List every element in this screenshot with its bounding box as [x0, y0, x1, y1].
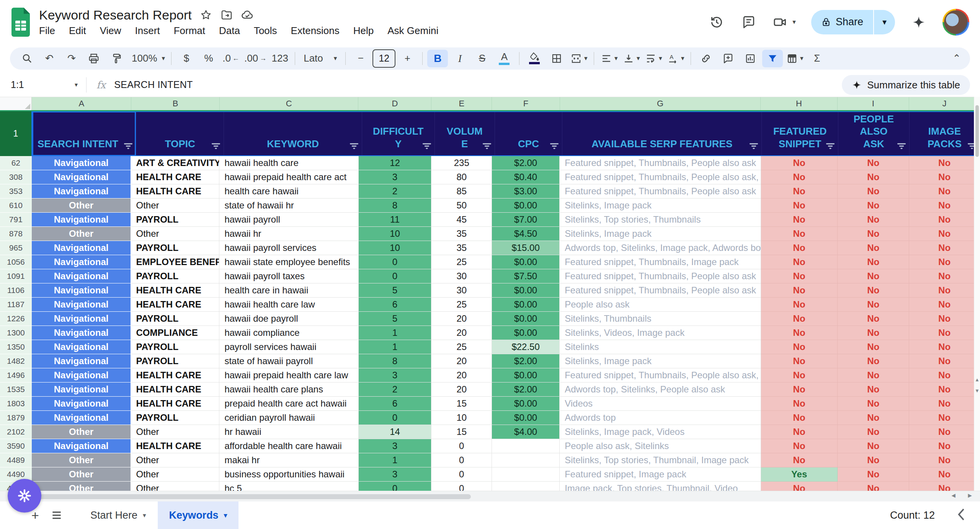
cell-difficulty[interactable]: 0 — [359, 411, 432, 425]
insert-chart-button[interactable] — [740, 50, 761, 67]
cell-keyword[interactable]: hawaii payroll — [219, 213, 358, 227]
row-header[interactable]: 1496 — [0, 368, 32, 383]
cell-keyword[interactable]: affordable health care hawaii — [219, 439, 358, 453]
cell-keyword[interactable]: hawaii compliance — [219, 326, 358, 340]
text-wrap-button[interactable]: ▾ — [643, 50, 664, 67]
cell-volume[interactable]: 235 — [431, 156, 492, 170]
cell-cpc[interactable]: $4.50 — [492, 227, 560, 241]
cell-cpc[interactable]: $0.00 — [492, 312, 560, 326]
row-header[interactable]: 2102 — [0, 425, 32, 439]
menu-ask-gemini[interactable]: Ask Gemini — [387, 25, 438, 37]
cloud-saved-icon[interactable] — [241, 8, 254, 21]
cell-people-also-ask[interactable]: No — [838, 227, 909, 241]
name-box[interactable]: 1:1▾ — [0, 79, 86, 90]
row-header[interactable]: 1226 — [0, 312, 32, 326]
column-header-I[interactable]: I — [838, 97, 909, 110]
cell-featured-snippet[interactable]: No — [761, 269, 838, 283]
cell-topic[interactable]: PAYROLL — [131, 213, 219, 227]
column-header-A[interactable]: A — [32, 97, 131, 110]
cell-topic[interactable]: HEALTH CARE — [131, 397, 219, 411]
cell-topic[interactable]: Other — [131, 199, 219, 213]
row-header[interactable]: 1091 — [0, 269, 32, 283]
cell-image-packs[interactable]: No — [909, 354, 980, 368]
cell-keyword[interactable]: hawaii health care — [219, 156, 358, 170]
filter-icon[interactable] — [749, 142, 758, 150]
cell-difficulty[interactable]: 3 — [359, 439, 432, 453]
cell-topic[interactable]: PAYROLL — [131, 340, 219, 354]
cell-topic[interactable]: PAYROLL — [131, 354, 219, 368]
cell-featured-snippet[interactable]: No — [761, 213, 838, 227]
row-header[interactable]: 353 — [0, 184, 32, 199]
cell-cpc[interactable]: $4.00 — [492, 425, 560, 439]
cell-search-intent[interactable]: Navigational — [32, 340, 131, 354]
row-header[interactable]: 1535 — [0, 383, 32, 397]
cell-serp-features[interactable]: Sitelinks — [560, 340, 761, 354]
cell-search-intent[interactable]: Navigational — [32, 184, 131, 199]
cell-people-also-ask[interactable]: No — [838, 312, 909, 326]
cell-serp-features[interactable]: Featured snippet, Thumbnails, People als… — [560, 156, 761, 170]
cell-cpc[interactable]: $0.00 — [492, 326, 560, 340]
meet-dropdown-caret[interactable]: ▾ — [792, 18, 796, 26]
cell-serp-features[interactable]: Featured snippet, Thumbnails, People als… — [560, 184, 761, 199]
cell-people-also-ask[interactable]: No — [838, 340, 909, 354]
cell-cpc[interactable]: $2.00 — [492, 354, 560, 368]
cell-volume[interactable]: 0 — [431, 453, 492, 467]
row-header[interactable]: 1879 — [0, 411, 32, 425]
row-header[interactable]: 878 — [0, 227, 32, 241]
cell-volume[interactable]: 20 — [431, 326, 492, 340]
cell-serp-features[interactable]: Sitelinks, Image pack — [560, 227, 761, 241]
row-header-1[interactable]: 1 — [0, 111, 31, 156]
cell-serp-features[interactable]: Adwords top, Sitelinks, Image pack, Adwo… — [560, 241, 761, 255]
more-formats-button[interactable]: 123 — [270, 50, 290, 67]
menu-data[interactable]: Data — [219, 25, 240, 37]
sheet-tab-start-here[interactable]: Start Here▾ — [79, 501, 158, 529]
cell-featured-snippet[interactable]: No — [761, 241, 838, 255]
cell-serp-features[interactable]: Image pack, Top stories, Thumbnail, Vide… — [560, 482, 761, 491]
scroll-down-icon[interactable]: ▼ — [975, 388, 980, 394]
cell-keyword[interactable]: health care hawaii — [219, 184, 358, 199]
filter-icon[interactable] — [826, 142, 835, 150]
cell-cpc[interactable] — [492, 482, 560, 491]
cell-serp-features[interactable]: Sitelinks, Top stories, Thumbnails — [560, 213, 761, 227]
cell-topic[interactable]: Other — [131, 467, 219, 482]
cell-topic[interactable]: HEALTH CARE — [131, 383, 219, 397]
cell-cpc[interactable]: $15.00 — [492, 241, 560, 255]
cell-difficulty[interactable]: 1 — [359, 453, 432, 467]
cell-difficulty[interactable]: 0 — [359, 482, 432, 491]
paint-format-icon[interactable] — [106, 50, 126, 67]
cell-cpc[interactable]: $0.00 — [492, 255, 560, 269]
cell-image-packs[interactable]: No — [909, 411, 980, 425]
cell-image-packs[interactable]: No — [909, 255, 980, 269]
cell-search-intent[interactable]: Navigational — [32, 213, 131, 227]
cell-keyword[interactable]: hawaii payroll taxes — [219, 269, 358, 283]
header-cell-D[interactable]: DIFFICULT Y — [362, 111, 435, 156]
account-avatar[interactable] — [942, 9, 969, 36]
print-icon[interactable] — [83, 50, 104, 67]
cell-difficulty[interactable]: 5 — [359, 312, 432, 326]
open-side-panel-icon[interactable] — [956, 508, 966, 522]
cell-people-also-ask[interactable]: No — [838, 213, 909, 227]
cell-people-also-ask[interactable]: No — [838, 439, 909, 453]
selection-count[interactable]: Count: 12 — [890, 509, 935, 521]
cell-image-packs[interactable]: No — [909, 368, 980, 383]
filter-icon[interactable] — [124, 142, 133, 150]
cell-volume[interactable]: 20 — [431, 354, 492, 368]
cell-serp-features[interactable]: People also ask, Sitelinks — [560, 439, 761, 453]
cell-topic[interactable]: Other — [131, 227, 219, 241]
scroll-right-icon[interactable]: ► — [967, 492, 973, 500]
row-header[interactable]: 308 — [0, 170, 32, 184]
column-header-J[interactable]: J — [909, 97, 980, 110]
cell-image-packs[interactable]: No — [909, 156, 980, 170]
menu-insert[interactable]: Insert — [135, 25, 160, 37]
cell-cpc[interactable]: $22.50 — [492, 340, 560, 354]
row-header[interactable]: 965 — [0, 241, 32, 255]
cell-people-also-ask[interactable]: No — [838, 411, 909, 425]
cell-keyword[interactable]: hawaii state employee benefits — [219, 255, 358, 269]
cell-topic[interactable]: HEALTH CARE — [131, 439, 219, 453]
search-icon[interactable] — [17, 50, 38, 67]
cell-topic[interactable]: PAYROLL — [131, 411, 219, 425]
cell-serp-features[interactable]: Featured snippet, Thumbnails, People als… — [560, 269, 761, 283]
cell-difficulty[interactable]: 2 — [359, 383, 432, 397]
cell-cpc[interactable] — [492, 453, 560, 467]
cell-keyword[interactable]: makai hr — [219, 453, 358, 467]
